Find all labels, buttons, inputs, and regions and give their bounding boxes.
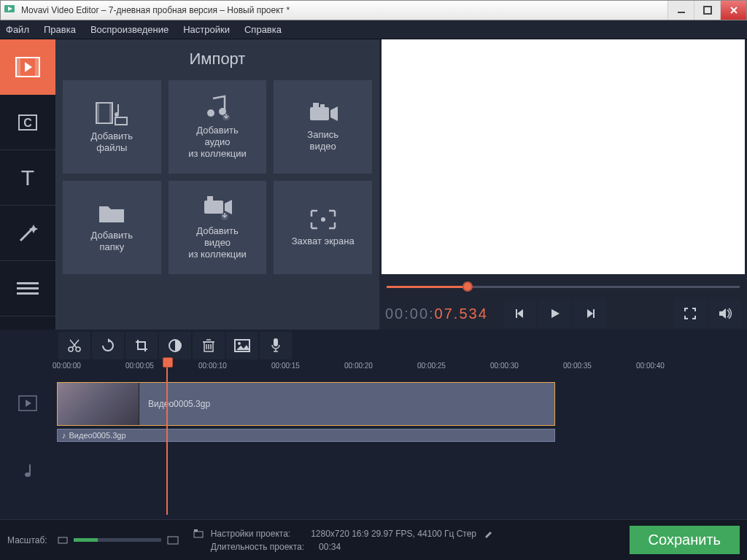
card-label: Добавить папку bbox=[91, 230, 133, 254]
svg-rect-2 bbox=[678, 12, 685, 13]
zoom-in-icon[interactable] bbox=[167, 535, 179, 545]
svg-rect-18 bbox=[115, 117, 127, 125]
audio-clip[interactable]: ♪ Видео0005.3gp bbox=[57, 429, 555, 442]
statusbar: Масштаб: Настройки проекта: 1280x720 16:… bbox=[0, 519, 747, 560]
card-label: Захват экрана bbox=[292, 236, 355, 247]
rotate-button[interactable] bbox=[92, 332, 124, 359]
card-add-folder[interactable]: Добавить папку bbox=[63, 181, 161, 274]
svg-rect-3 bbox=[704, 7, 711, 14]
svg-rect-13 bbox=[17, 292, 39, 295]
zoom-slider[interactable] bbox=[74, 538, 161, 542]
preview-seekbar[interactable] bbox=[387, 280, 740, 293]
svg-rect-26 bbox=[204, 201, 223, 214]
svg-point-30 bbox=[321, 217, 325, 222]
edit-toolbar bbox=[0, 330, 747, 362]
clip-thumbnail bbox=[58, 383, 139, 425]
svg-point-43 bbox=[238, 342, 241, 345]
playhead[interactable] bbox=[166, 362, 168, 515]
window-maximize-button[interactable] bbox=[694, 1, 720, 20]
svg-rect-12 bbox=[17, 287, 39, 289]
play-button[interactable] bbox=[539, 300, 571, 327]
card-add-video[interactable]: Добавить видео из коллекции bbox=[169, 181, 267, 274]
delete-button[interactable] bbox=[193, 332, 225, 359]
crop-button[interactable] bbox=[125, 332, 158, 359]
timeline: 00:00:0000:00:0500:00:1000:00:1500:00:20… bbox=[0, 362, 747, 500]
sidebar-more[interactable] bbox=[0, 261, 55, 316]
svg-marker-31 bbox=[517, 309, 523, 318]
timecode-display: 00:00:07.534 bbox=[385, 305, 488, 322]
clip-filename: Видео0005.3gp bbox=[148, 399, 210, 409]
card-label: Добавить видео из коллекции bbox=[188, 225, 247, 261]
svg-marker-33 bbox=[551, 309, 560, 318]
svg-rect-32 bbox=[516, 309, 517, 318]
color-button[interactable] bbox=[159, 332, 191, 359]
svg-rect-35 bbox=[593, 309, 595, 318]
timeline-ruler[interactable]: 00:00:0000:00:0500:00:1000:00:1500:00:20… bbox=[55, 362, 747, 379]
next-frame-button[interactable] bbox=[574, 300, 606, 327]
card-add-audio[interactable]: Добавить аудио из коллекции bbox=[169, 80, 267, 174]
zoom-out-icon[interactable] bbox=[58, 536, 68, 545]
save-button[interactable]: Сохранить bbox=[630, 526, 740, 554]
svg-text:T: T bbox=[21, 166, 34, 190]
card-label: Добавить файлы bbox=[91, 131, 133, 155]
card-label: Добавить аудио из коллекции bbox=[188, 125, 247, 160]
svg-rect-44 bbox=[274, 338, 278, 346]
svg-rect-50 bbox=[194, 532, 203, 537]
menu-edit[interactable]: Правка bbox=[44, 24, 76, 35]
import-title: Импорт bbox=[55, 39, 379, 74]
project-settings-value: 1280x720 16:9 29.97 FPS, 44100 Гц Стер bbox=[311, 529, 476, 539]
card-capture-screen[interactable]: Захват экрана bbox=[274, 181, 372, 274]
window-titlebar: Movavi Video Editor – 7-дневная пробная … bbox=[0, 0, 747, 20]
duration-label: Длительность проекта: bbox=[211, 542, 304, 552]
zoom-label: Масштаб: bbox=[7, 535, 47, 545]
menu-file[interactable]: Файл bbox=[6, 24, 29, 35]
mic-button[interactable] bbox=[260, 332, 292, 359]
svg-point-19 bbox=[207, 109, 214, 117]
svg-marker-39 bbox=[108, 338, 111, 343]
duration-value: 00:34 bbox=[319, 542, 341, 552]
app-icon bbox=[4, 3, 18, 18]
project-settings-label: Настройки проекта: bbox=[211, 529, 290, 539]
svg-rect-23 bbox=[313, 103, 319, 107]
card-label: Запись видео bbox=[307, 129, 338, 153]
window-close-button[interactable] bbox=[720, 1, 746, 20]
svg-rect-16 bbox=[109, 103, 112, 123]
edit-settings-icon[interactable] bbox=[484, 529, 492, 538]
sidebar-titles[interactable]: T bbox=[0, 150, 55, 206]
fullscreen-button[interactable] bbox=[674, 300, 706, 327]
svg-marker-7 bbox=[25, 62, 32, 72]
volume-button[interactable] bbox=[709, 300, 741, 327]
svg-text:C: C bbox=[23, 117, 32, 129]
preview-viewport bbox=[382, 39, 745, 274]
svg-rect-48 bbox=[58, 537, 67, 543]
sidebar: C T bbox=[0, 39, 55, 330]
svg-rect-6 bbox=[35, 58, 39, 77]
menu-playback[interactable]: Воспроизведение bbox=[90, 24, 169, 35]
sidebar-import[interactable] bbox=[0, 39, 55, 95]
sidebar-filters[interactable]: C bbox=[0, 95, 55, 150]
svg-rect-49 bbox=[168, 537, 178, 544]
video-clip[interactable]: Видео0005.3gp bbox=[57, 382, 555, 426]
track-lanes[interactable]: Видео0005.3gp ♪ Видео0005.3gp bbox=[55, 379, 747, 500]
card-add-files[interactable]: Добавить файлы bbox=[63, 80, 161, 174]
svg-rect-51 bbox=[194, 529, 198, 532]
svg-marker-36 bbox=[719, 308, 726, 319]
svg-rect-27 bbox=[207, 196, 213, 201]
card-record-video[interactable]: Запись видео bbox=[274, 80, 372, 174]
svg-marker-28 bbox=[225, 200, 232, 214]
prev-frame-button[interactable] bbox=[504, 300, 536, 327]
menu-settings[interactable]: Настройки bbox=[183, 24, 230, 35]
svg-rect-24 bbox=[320, 104, 325, 107]
import-panel: Импорт Добавить файлы Добавить аудио из … bbox=[55, 39, 379, 330]
svg-point-47 bbox=[25, 472, 31, 477]
image-button[interactable] bbox=[226, 332, 258, 359]
svg-marker-25 bbox=[330, 106, 338, 121]
window-minimize-button[interactable] bbox=[667, 1, 694, 20]
svg-rect-15 bbox=[96, 103, 99, 123]
svg-rect-5 bbox=[16, 58, 20, 77]
window-title: Movavi Video Editor – 7-дневная пробная … bbox=[21, 5, 667, 15]
cut-button[interactable] bbox=[58, 332, 90, 359]
svg-marker-46 bbox=[26, 400, 31, 407]
menu-help[interactable]: Справка bbox=[244, 24, 282, 35]
sidebar-effects[interactable] bbox=[0, 206, 55, 261]
